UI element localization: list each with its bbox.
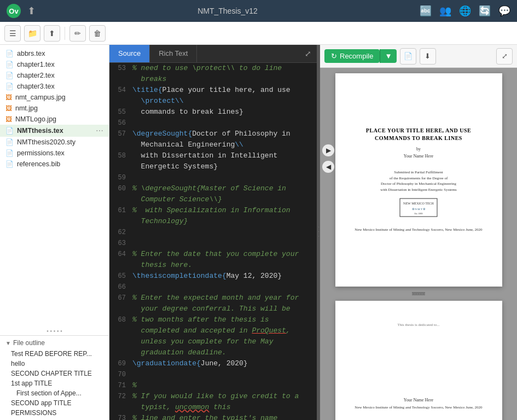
line-number: 67 bbox=[109, 293, 132, 304]
line-content: % Enter the date that you complete your bbox=[132, 249, 317, 260]
toolbar: ☰ 📁 ⬆ ✏ 🗑 bbox=[0, 22, 517, 45]
code-line-68d: graduation deadline. bbox=[109, 347, 317, 358]
preview-toolbar: ↻ Recompile ▼ 📄 ⬇ ⤢ bbox=[320, 45, 517, 68]
nav-next-arrow[interactable]: ▶ bbox=[322, 144, 334, 156]
edit-button[interactable]: ✏ bbox=[69, 25, 86, 42]
line-number: 64 bbox=[109, 249, 132, 260]
file-item-nmtthesis2020[interactable]: 📄 NMTthesis2020.sty bbox=[0, 137, 109, 148]
file-item-chapter1[interactable]: 📄 chapter1.tex bbox=[0, 59, 109, 70]
outline-item-second-app[interactable]: SECOND app TITLE bbox=[0, 398, 109, 408]
line-content: graduation deadline. bbox=[132, 347, 317, 358]
tab-source[interactable]: Source bbox=[109, 45, 150, 62]
preview-pages-resize[interactable]: · · · · · · bbox=[412, 292, 425, 295]
outline-item-1st-app[interactable]: 1st app TITLE bbox=[0, 378, 109, 388]
tex-icon: 📄 bbox=[5, 50, 14, 57]
outline-item-permissions[interactable]: PERMISSIONS bbox=[0, 408, 109, 418]
pdf-submitted-line4: with Dissertation in Intelligent Energet… bbox=[380, 187, 456, 193]
code-line-56: 56 bbox=[109, 118, 317, 129]
code-line-72b: typist, uncommon this bbox=[109, 402, 317, 413]
recompile-button[interactable]: ↻ Recompile bbox=[324, 49, 380, 63]
recompile-label: Recompile bbox=[340, 52, 373, 60]
code-line-63: 63 bbox=[109, 238, 317, 249]
main-area: 📄 abbrs.tex 📄 chapter1.tex 📄 chapter2.te… bbox=[0, 45, 517, 420]
file-item-nmtlogo[interactable]: 🖼 NMTLogo.jpg bbox=[0, 114, 109, 125]
tex-icon: 📄 bbox=[5, 72, 14, 79]
outline-item-test[interactable]: Test READ BEFORE REP... bbox=[0, 349, 109, 359]
pdf-page2-footer: Your Name Here New Mexico Institute of M… bbox=[355, 376, 482, 411]
upload-icon[interactable]: ⬆ bbox=[27, 5, 36, 17]
line-number bbox=[109, 96, 132, 107]
nav-prev-arrow[interactable]: ◀ bbox=[322, 161, 334, 173]
code-line-68b: completed and accepted in ProQuest, bbox=[109, 325, 317, 336]
pdf-page-1: PLACE YOUR TITLE HERE, AND USE COMMANDS … bbox=[335, 73, 502, 287]
topbar-right: 🔤 👥 🌐 🔄 💬 bbox=[420, 5, 510, 17]
file-item-permissions[interactable]: 📄 permissions.tex bbox=[0, 148, 109, 159]
brand-logo[interactable]: Ov bbox=[7, 4, 21, 18]
topbar-left: Ov ⬆ bbox=[7, 4, 36, 18]
menu-button[interactable]: ☰ bbox=[4, 25, 21, 42]
line-number: 60 bbox=[109, 183, 132, 194]
pdf-doc-button[interactable]: 📄 bbox=[400, 48, 416, 65]
line-number bbox=[109, 161, 132, 172]
line-content: Energetic Systems} bbox=[132, 161, 317, 172]
line-content: typist, uncommon this bbox=[132, 402, 317, 413]
file-item-chapter2[interactable]: 📄 chapter2.tex bbox=[0, 70, 109, 81]
line-number: 68 bbox=[109, 314, 132, 325]
preview-expand-button[interactable]: ⤢ bbox=[496, 48, 513, 65]
code-line-54: 54 \title{Place your title here, and use bbox=[109, 85, 317, 96]
file-name-permissions: permissions.tex bbox=[17, 149, 65, 157]
pdf-by: by bbox=[416, 147, 421, 151]
line-number bbox=[109, 336, 132, 347]
outline-item-label: SECOND CHAPTER TITLE bbox=[11, 370, 92, 377]
chat-icon[interactable]: 💬 bbox=[498, 5, 510, 17]
code-line-60b: Computer Science\\} bbox=[109, 194, 317, 205]
code-editor[interactable]: 53 % need to use \protect\\ to do line b… bbox=[109, 63, 317, 420]
line-content: breaks bbox=[132, 74, 317, 85]
pdf-author-name: Your Name Here bbox=[404, 154, 433, 159]
pdf-submitted-line1: Submitted in Partial Fulfillment bbox=[380, 170, 456, 176]
line-number bbox=[109, 74, 132, 85]
history-icon[interactable]: 🔄 bbox=[479, 5, 491, 17]
line-number: 54 bbox=[109, 85, 132, 96]
file-outline-header[interactable]: ▼ File outline bbox=[0, 336, 109, 349]
line-content bbox=[132, 118, 317, 129]
globe-icon[interactable]: 🌐 bbox=[459, 5, 471, 17]
editor-area: Source Rich Text ⤢ 53 % need to use \pro… bbox=[109, 45, 317, 420]
code-line-64b: thesis here. bbox=[109, 260, 317, 271]
folder-button[interactable]: 📁 bbox=[24, 25, 40, 42]
file-item-nmtthesis[interactable]: 📄 NMTthesis.tex ⋯ bbox=[0, 125, 109, 137]
delete-button[interactable]: 🗑 bbox=[89, 25, 106, 42]
code-line-65: 65 \thesiscompletiondate{May 12, 2020} bbox=[109, 271, 317, 282]
line-number: 71 bbox=[109, 380, 132, 391]
editor-expand-icon[interactable]: ⤢ bbox=[299, 45, 317, 62]
file-name-abbrs: abbrs.tex bbox=[17, 50, 45, 57]
line-number: 62 bbox=[109, 227, 132, 238]
file-item-nmt-campus[interactable]: 🖼 nmt_campus.jpg bbox=[0, 92, 109, 103]
tab-richtext[interactable]: Rich Text bbox=[150, 45, 197, 62]
outline-item-first-section[interactable]: First section of Appe... bbox=[0, 388, 109, 398]
line-content: \graduationdate{June, 2020} bbox=[132, 358, 317, 369]
recompile-dropdown[interactable]: ▼ bbox=[380, 49, 396, 63]
outline-item-hello[interactable]: hello bbox=[0, 359, 109, 369]
file-name-nmtthesis: NMTthesis.tex bbox=[17, 127, 63, 135]
tex-icon: 📄 bbox=[5, 138, 14, 146]
users-icon[interactable]: 👥 bbox=[439, 5, 451, 17]
pdf-submitted-text: Submitted in Partial Fulfillment of the … bbox=[380, 170, 456, 192]
outline-header-label: File outline bbox=[13, 339, 45, 347]
code-line-68: 68 % two months after the thesis is bbox=[109, 314, 317, 325]
pdf-page2-institution: New Mexico Institute of Mining and Techn… bbox=[355, 405, 482, 411]
file-options-dots[interactable]: ⋯ bbox=[96, 126, 103, 135]
code-line-58b: Energetic Systems} bbox=[109, 161, 317, 172]
upload-button[interactable]: ⬆ bbox=[44, 25, 60, 42]
line-content: % If you would like to give credit to a bbox=[132, 391, 317, 402]
code-line-61b: Technology} bbox=[109, 216, 317, 227]
file-item-references[interactable]: 📄 references.bib bbox=[0, 159, 109, 170]
spellcheck-icon[interactable]: 🔤 bbox=[420, 5, 432, 17]
file-item-chapter3[interactable]: 📄 chapter3.tex bbox=[0, 81, 109, 92]
pdf-dedication: This thesis is dedicated to... bbox=[397, 323, 440, 327]
pdf-download-button[interactable]: ⬇ bbox=[420, 48, 436, 65]
outline-item-second-chapter[interactable]: SECOND CHAPTER TITLE bbox=[0, 369, 109, 378]
file-item-abbrs[interactable]: 📄 abbrs.tex bbox=[0, 48, 109, 59]
line-content: your degree conferral. This will be bbox=[132, 304, 317, 314]
file-item-nmt[interactable]: 🖼 nmt.jpg bbox=[0, 103, 109, 114]
